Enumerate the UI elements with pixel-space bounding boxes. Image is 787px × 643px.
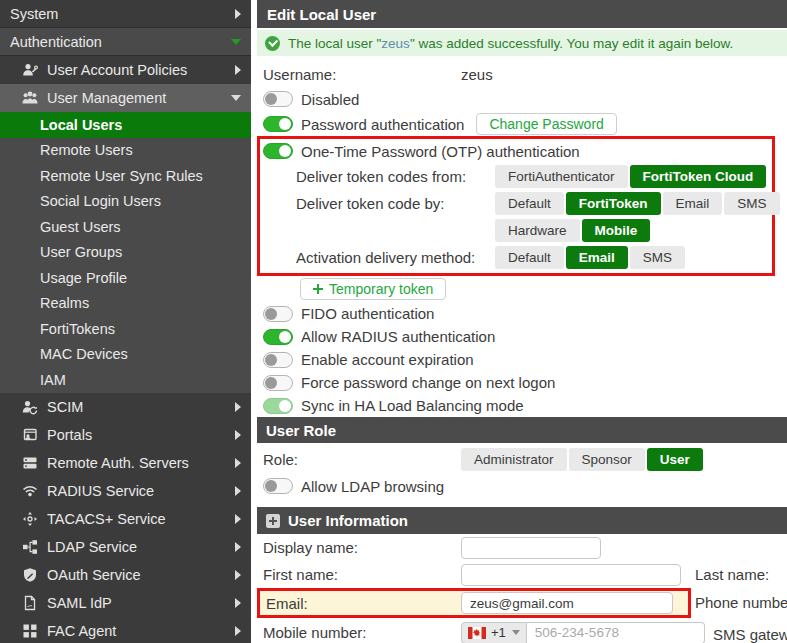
disabled-label: Disabled <box>301 91 359 108</box>
option-hardware[interactable]: Hardware <box>495 219 580 242</box>
ldap-browsing-toggle[interactable] <box>263 478 293 494</box>
chevron-right-icon <box>235 402 241 412</box>
chevron-right-icon <box>235 542 241 552</box>
radius-toggle[interactable] <box>263 329 293 345</box>
username-row: Username: zeus <box>257 62 787 86</box>
sidebar-item-radius-service[interactable]: RADIUS Service <box>0 477 251 505</box>
chevron-down-icon <box>231 95 241 101</box>
password-auth-row: Password authentication Change Password <box>257 112 787 136</box>
success-banner: The local user "zeus" was added successf… <box>257 30 787 56</box>
option-email[interactable]: Email <box>663 192 723 215</box>
activation-row: Activation delivery method: Default Emai… <box>260 244 772 271</box>
sidebar-item-usage-profile[interactable]: Usage Profile <box>0 265 251 291</box>
sidebar-item-authentication[interactable]: Authentication <box>0 28 251 56</box>
option-sponsor[interactable]: Sponsor <box>569 448 645 471</box>
sidebar-item-fac-agent[interactable]: FAC Agent <box>0 617 251 643</box>
expand-icon[interactable] <box>266 514 280 528</box>
chevron-right-icon <box>235 65 241 75</box>
main-content: Edit Local User The local user "zeus" wa… <box>257 0 787 643</box>
force-password-toggle[interactable] <box>263 375 293 391</box>
sidebar-item-remote-users[interactable]: Remote Users <box>0 138 251 164</box>
token-type-row: Hardware Mobile <box>260 217 772 244</box>
sidebar-item-iam[interactable]: IAM <box>0 367 251 393</box>
option-fortiauthenticator[interactable]: FortiAuthenticator <box>495 165 628 188</box>
chevron-right-icon <box>235 430 241 440</box>
first-name-row: First name: Last name: <box>257 561 787 588</box>
deliver-from-row: Deliver token codes from: FortiAuthentic… <box>260 163 772 190</box>
sidebar-item-scim[interactable]: SCIM <box>0 393 251 421</box>
user-refresh-icon <box>22 399 39 415</box>
sms-gateway-label: SMS gateway: <box>713 626 787 643</box>
option-fortitoken[interactable]: FortiToken <box>566 192 661 215</box>
deliver-by-segment: Default FortiToken Email SMS <box>495 192 782 215</box>
chevron-right-icon <box>235 514 241 524</box>
canada-flag-icon <box>468 627 486 639</box>
sidebar-item-remote-auth-servers[interactable]: Remote Auth. Servers <box>0 449 251 477</box>
sidebar-item-system[interactable]: System <box>0 0 251 28</box>
banner-username: zeus <box>381 36 410 51</box>
portal-icon <box>22 427 39 443</box>
sidebar-item-local-users[interactable]: Local Users <box>0 112 251 138</box>
otp-row: One-Time Password (OTP) authentication <box>260 139 772 163</box>
mobile-number-row: Mobile number: +1 SMS gateway: <box>257 620 787 643</box>
email-input[interactable] <box>461 592 673 614</box>
email-label: Email: <box>260 595 461 612</box>
mobile-number-input[interactable] <box>527 622 705 643</box>
sidebar-item-user-groups[interactable]: User Groups <box>0 240 251 266</box>
account-expiration-toggle[interactable] <box>263 352 293 368</box>
sidebar-item-user-management[interactable]: User Management <box>0 84 251 112</box>
account-expiration-row: Enable account expiration <box>257 348 787 371</box>
grid-icon <box>22 623 39 639</box>
country-code-select[interactable]: +1 <box>461 622 527 643</box>
activation-label: Activation delivery method: <box>296 249 495 266</box>
display-name-row: Display name: <box>257 534 787 561</box>
deliver-by-row: Deliver token code by: Default FortiToke… <box>260 190 772 217</box>
last-name-label: Last name: <box>695 566 769 583</box>
temporary-token-button[interactable]: Temporary token <box>300 278 446 300</box>
ha-sync-toggle[interactable] <box>263 398 293 414</box>
change-password-button[interactable]: Change Password <box>476 113 616 135</box>
option-administrator[interactable]: Administrator <box>461 448 567 471</box>
first-name-input[interactable] <box>461 564 681 586</box>
option-sms[interactable]: SMS <box>724 192 779 215</box>
disabled-toggle[interactable] <box>263 91 293 107</box>
option-fortitoken-cloud[interactable]: FortiToken Cloud <box>630 165 767 188</box>
disabled-row: Disabled <box>257 86 787 112</box>
option-default[interactable]: Default <box>495 246 564 269</box>
sidebar-item-guest-users[interactable]: Guest Users <box>0 214 251 240</box>
fido-toggle[interactable] <box>263 306 293 322</box>
option-mobile[interactable]: Mobile <box>582 219 651 242</box>
sidebar-item-mac-devices[interactable]: MAC Devices <box>0 342 251 368</box>
sidebar-item-tacacs-service[interactable]: TACACS+ Service <box>0 505 251 533</box>
chevron-down-icon <box>231 39 241 45</box>
sidebar-item-remote-user-sync-rules[interactable]: Remote User Sync Rules <box>0 163 251 189</box>
sidebar-item-realms[interactable]: Realms <box>0 291 251 317</box>
user-role-section-header: User Role <box>257 417 787 443</box>
sidebar-item-ldap-service[interactable]: LDAP Service <box>0 533 251 561</box>
sidebar-item-fortitokens[interactable]: FortiTokens <box>0 316 251 342</box>
wifi-icon <box>22 483 39 499</box>
option-sms[interactable]: SMS <box>630 246 685 269</box>
sidebar-item-user-account-policies[interactable]: User Account Policies <box>0 56 251 84</box>
sidebar-item-portals[interactable]: Portals <box>0 421 251 449</box>
otp-toggle[interactable] <box>263 143 293 159</box>
deliver-from-segment: FortiAuthenticator FortiToken Cloud <box>495 165 768 188</box>
chevron-right-icon <box>235 626 241 636</box>
chevron-right-icon <box>235 9 241 19</box>
option-email[interactable]: Email <box>566 246 628 269</box>
plus-icon <box>313 284 323 294</box>
check-circle-icon <box>265 36 280 51</box>
fido-row: FIDO authentication <box>257 302 787 325</box>
sidebar-item-oauth-service[interactable]: OAuth Service <box>0 561 251 589</box>
option-default[interactable]: Default <box>495 192 564 215</box>
option-user[interactable]: User <box>647 448 703 471</box>
role-label: Role: <box>257 451 461 468</box>
sidebar-item-saml-idp[interactable]: SAML IdP <box>0 589 251 617</box>
page-title: Edit Local User <box>257 0 787 28</box>
chevron-right-icon <box>235 570 241 580</box>
users-group-icon <box>22 90 39 106</box>
password-auth-toggle[interactable] <box>263 116 293 132</box>
sidebar-item-social-login-users[interactable]: Social Login Users <box>0 189 251 215</box>
display-name-input[interactable] <box>461 537 601 559</box>
deliver-from-label: Deliver token codes from: <box>296 168 495 185</box>
